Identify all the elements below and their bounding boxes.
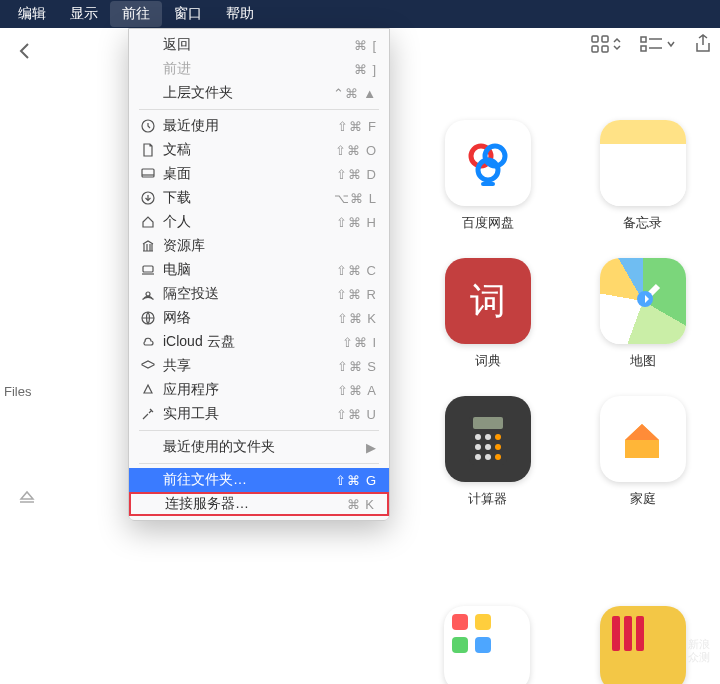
app-dictionary[interactable]: 词 词典 [410,258,565,370]
library-icon [141,239,163,253]
menubar: 编辑 显示 前往 窗口 帮助 [0,0,720,28]
app-home[interactable]: 家庭 [565,396,720,508]
svg-point-25 [495,434,501,440]
app-calculator[interactable]: 计算器 [410,396,565,508]
app-maps[interactable]: 地图 [565,258,720,370]
menu-applications[interactable]: 应用程序⇧⌘ A [129,378,389,402]
menu-downloads[interactable]: 下载⌥⌘ L [129,186,389,210]
svg-point-27 [485,444,491,450]
menu-window[interactable]: 窗口 [162,1,214,27]
doc-icon [141,143,163,157]
app-icon-partial[interactable] [600,606,686,684]
sidebar: Files [0,74,70,634]
svg-point-24 [485,434,491,440]
eject-icon[interactable] [18,489,70,511]
menu-recents[interactable]: 最近使用⇧⌘ F [129,114,389,138]
menu-forward: 前进⌘ ] [129,57,389,81]
watermark: 新浪众测 [688,638,710,664]
svg-point-30 [485,454,491,460]
svg-point-31 [495,454,501,460]
dictionary-icon: 词 [445,258,531,344]
svg-rect-36 [612,616,620,651]
svg-rect-38 [636,616,644,651]
sidebar-item-files[interactable]: Files [0,384,70,399]
svg-rect-37 [624,616,632,651]
download-icon [141,191,163,205]
svg-rect-35 [475,637,491,653]
utilities-icon [141,407,163,421]
clock-icon [141,119,163,133]
menu-enclosing-folder[interactable]: 上层文件夹⌃⌘ ▲ [129,81,389,105]
svg-rect-3 [602,46,608,52]
app-grid: 百度网盘 备忘录 词 词典 地图 计算器 家庭 [410,120,720,508]
apps-icon [141,383,163,397]
menu-edit[interactable]: 编辑 [6,1,58,27]
home-icon [141,215,163,229]
svg-point-14 [146,292,150,296]
menu-library[interactable]: 资源库 [129,234,389,258]
menu-home[interactable]: 个人⇧⌘ H [129,210,389,234]
svg-point-23 [475,434,481,440]
view-icons-button[interactable] [590,34,622,54]
shared-icon [141,359,163,373]
menu-goto-folder[interactable]: 前往文件夹…⇧⌘ G [129,468,389,492]
airdrop-icon [141,287,163,301]
menu-connect-server[interactable]: 连接服务器…⌘ K [129,492,389,516]
svg-rect-5 [641,46,646,51]
menu-documents[interactable]: 文稿⇧⌘ O [129,138,389,162]
svg-rect-9 [142,169,154,177]
baidu-icon [445,120,531,206]
svg-rect-33 [475,614,491,630]
svg-rect-34 [452,637,468,653]
svg-rect-19 [481,182,495,186]
calculator-icon [445,396,531,482]
menu-recent-folders[interactable]: 最近使用的文件夹▶ [129,435,389,459]
menu-desktop[interactable]: 桌面⇧⌘ D [129,162,389,186]
menu-airdrop[interactable]: 隔空投送⇧⌘ R [129,282,389,306]
svg-point-28 [495,444,501,450]
back-button[interactable] [12,38,38,64]
menu-utilities[interactable]: 实用工具⇧⌘ U [129,402,389,426]
group-button[interactable] [640,36,676,52]
menu-back[interactable]: 返回⌘ [ [129,33,389,57]
svg-rect-1 [602,36,608,42]
svg-rect-22 [473,417,503,429]
menu-icloud[interactable]: iCloud 云盘⇧⌘ I [129,330,389,354]
menu-go[interactable]: 前往 [110,1,162,27]
svg-rect-32 [452,614,468,630]
home-app-icon [600,396,686,482]
svg-point-26 [475,444,481,450]
app-notes[interactable]: 备忘录 [565,120,720,232]
svg-rect-12 [143,266,153,272]
menu-network[interactable]: 网络⇧⌘ K [129,306,389,330]
globe-icon [141,311,163,325]
app-baidu[interactable]: 百度网盘 [410,120,565,232]
share-button[interactable] [694,34,712,54]
menu-help[interactable]: 帮助 [214,1,266,27]
laptop-icon [141,263,163,277]
menu-computer[interactable]: 电脑⇧⌘ C [129,258,389,282]
cloud-icon [141,335,163,349]
notes-icon [600,120,686,206]
menu-shared[interactable]: 共享⇧⌘ S [129,354,389,378]
svg-point-29 [475,454,481,460]
go-menu-dropdown: 返回⌘ [ 前进⌘ ] 上层文件夹⌃⌘ ▲ 最近使用⇧⌘ F 文稿⇧⌘ O 桌面… [128,28,390,521]
desktop-icon [141,167,163,181]
svg-rect-4 [641,37,646,42]
launchpad-icon[interactable] [444,606,530,684]
svg-rect-0 [592,36,598,42]
app-grid-partial [410,606,720,684]
maps-icon [600,258,686,344]
menu-view[interactable]: 显示 [58,1,110,27]
svg-rect-2 [592,46,598,52]
